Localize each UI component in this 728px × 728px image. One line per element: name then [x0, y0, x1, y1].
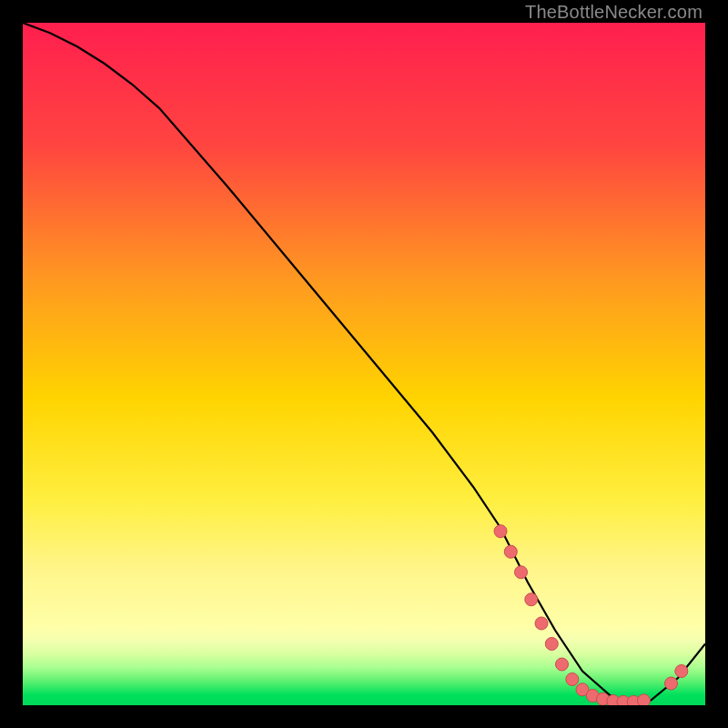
watermark-text: TheBottleNecker.com [525, 2, 703, 23]
chart-frame [23, 23, 705, 705]
marker-dot [556, 658, 569, 671]
marker-dot [535, 617, 548, 630]
marker-dot [515, 566, 528, 579]
marker-dot [675, 665, 688, 678]
gradient-background [23, 23, 705, 705]
marker-dot [504, 545, 517, 558]
bottleneck-chart [23, 23, 705, 705]
marker-dot [494, 525, 507, 538]
marker-dot [566, 673, 579, 686]
marker-dot [545, 638, 558, 651]
marker-dot [525, 593, 538, 606]
marker-dot [665, 677, 678, 690]
marker-dot [638, 694, 651, 705]
